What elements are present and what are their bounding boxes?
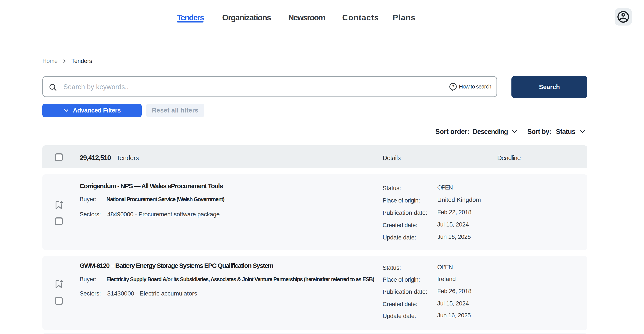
svg-text:?: ? — [452, 84, 454, 89]
